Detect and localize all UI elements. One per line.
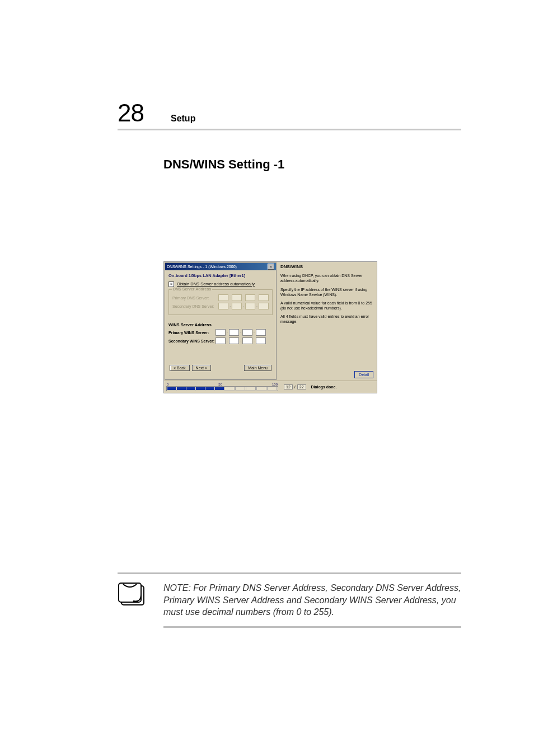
secondary-wins-label: Secondary WINS Server:: [168, 339, 216, 343]
section-title: DNS/WINS Setting -1: [163, 157, 461, 172]
help-panel: DNS/WINS When using DHCP, you can obtain…: [277, 262, 377, 381]
dialog-footer: 0 50 100 12 / 22: [164, 381, 377, 393]
wins-group-legend: WINS Server Address: [168, 322, 273, 327]
dialog-window: DNS/WINS Settings - 1 (Windows 2000) × O…: [163, 261, 377, 393]
document-page: 28 Setup DNS/WINS Setting -1 DNS/WINS Se…: [0, 0, 534, 756]
page-header: 28 Setup: [118, 101, 461, 130]
note-icon: [118, 582, 146, 607]
progress-current: 12: [284, 384, 293, 389]
progress-area: 0 50 100: [166, 383, 278, 391]
detail-button[interactable]: Detail: [354, 371, 373, 378]
dns-group-legend: DNS Server Address: [172, 287, 212, 291]
embedded-screenshot: DNS/WINS Settings - 1 (Windows 2000) × O…: [163, 261, 376, 393]
help-p1: When using DHCP, you can obtain DNS Serv…: [280, 273, 373, 283]
primary-dns-label: Primary DNS Server:: [172, 296, 218, 300]
secondary-dns-input: . . .: [218, 303, 269, 309]
secondary-wins-input[interactable]: . . .: [216, 337, 266, 344]
titlebar-text: DNS/WINS Settings - 1 (Windows 2000): [167, 265, 237, 269]
obtain-dns-label: Obtain DNS Server address automatically: [177, 281, 255, 287]
dns-group: DNS Server Address Primary DNS Server: .…: [168, 289, 273, 315]
tick-0: 0: [167, 383, 168, 386]
tick-100: 100: [272, 383, 278, 386]
note-text: NOTE: For Primary DNS Server Address, Se…: [163, 572, 461, 628]
progress-status: Dialogs done.: [311, 385, 337, 389]
help-title: DNS/WINS: [280, 264, 373, 270]
tick-50: 50: [218, 383, 222, 386]
next-button[interactable]: Next >: [192, 365, 211, 371]
wins-group: WINS Server Address Primary WINS Server:…: [168, 320, 273, 349]
help-p3: A valid numerical value for each field i…: [280, 300, 373, 311]
primary-wins-input[interactable]: . . .: [216, 329, 266, 336]
header-label: Setup: [171, 114, 195, 124]
progress-total: 22: [297, 384, 306, 389]
adapter-line: On-board 1Gbps LAN Adapter [Ether1]: [168, 273, 273, 278]
help-p2: Specify the IP address of the WINS serve…: [280, 287, 373, 297]
back-button[interactable]: < Back: [170, 365, 190, 371]
page-number: 28: [118, 101, 144, 125]
progress-sep: /: [294, 385, 296, 389]
help-p4: All 4 fields must have valid entries to …: [280, 314, 373, 324]
close-icon[interactable]: ×: [268, 264, 274, 270]
note-block: NOTE: For Primary DNS Server Address, Se…: [118, 572, 461, 628]
dialog-left-panel: DNS/WINS Settings - 1 (Windows 2000) × O…: [165, 262, 277, 380]
secondary-dns-label: Secondary DNS Server:: [172, 304, 218, 308]
primary-wins-label: Primary WINS Server:: [168, 331, 216, 335]
svg-rect-1: [119, 583, 141, 602]
primary-dns-input: . . .: [218, 294, 269, 301]
progress-bar: [166, 386, 278, 391]
titlebar: DNS/WINS Settings - 1 (Windows 2000) ×: [165, 263, 276, 270]
checkbox-icon: ×: [168, 281, 174, 287]
obtain-dns-checkbox[interactable]: × Obtain DNS Server address automaticall…: [168, 281, 273, 287]
main-menu-button[interactable]: Main Menu: [244, 365, 271, 371]
